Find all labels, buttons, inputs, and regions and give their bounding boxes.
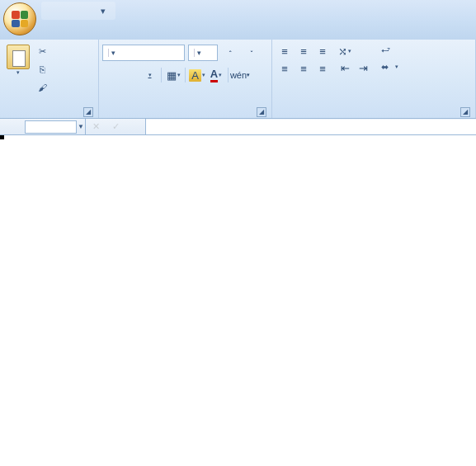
paste-icon bbox=[7, 45, 30, 69]
group-font: ▾ ▾ ˆ ˇ ▦ A A wén▾ ◢ bbox=[99, 40, 272, 118]
chevron-down-icon: ▾ bbox=[108, 49, 118, 57]
group-clipboard: ▾ ✂ ⎘ 🖌 ◢ bbox=[0, 40, 99, 118]
merge-icon: ⬌ bbox=[381, 62, 389, 73]
undo-icon[interactable] bbox=[63, 3, 78, 18]
align-center-button[interactable]: ≡ bbox=[295, 60, 313, 77]
format-painter-button[interactable]: 🖌 bbox=[35, 79, 51, 96]
align-launcher[interactable]: ◢ bbox=[460, 107, 470, 117]
paste-button[interactable]: ▾ bbox=[3, 41, 33, 105]
italic-button[interactable] bbox=[121, 67, 139, 83]
ribbon-tabs bbox=[0, 21, 476, 40]
align-right-button[interactable]: ≡ bbox=[313, 60, 332, 77]
align-top-button[interactable]: ≡ bbox=[276, 43, 294, 59]
enter-formula-button[interactable]: ✓ bbox=[106, 121, 125, 132]
wrap-icon: ⮐ bbox=[381, 45, 390, 54]
formula-bar: ▼ ✕ ✓ bbox=[0, 119, 476, 135]
qat-more-icon[interactable]: ▾ bbox=[96, 3, 111, 18]
font-launcher[interactable]: ◢ bbox=[257, 107, 266, 117]
shrink-font-button[interactable]: ˇ bbox=[243, 45, 261, 61]
fill-handle[interactable] bbox=[0, 135, 4, 139]
font-size-combo[interactable]: ▾ bbox=[188, 45, 218, 61]
bold-button[interactable] bbox=[102, 67, 120, 83]
title-bar: ▾ bbox=[0, 0, 476, 21]
border-button[interactable]: ▦ bbox=[164, 67, 182, 83]
wrap-text-button[interactable]: ⮐ bbox=[378, 41, 402, 58]
align-left-button[interactable]: ≡ bbox=[276, 60, 294, 77]
font-color-button[interactable]: A bbox=[207, 67, 225, 83]
decrease-indent-button[interactable]: ⇤ bbox=[336, 59, 354, 76]
copy-button[interactable]: ⎘ bbox=[35, 61, 51, 78]
phonetic-button[interactable]: wén▾ bbox=[231, 67, 249, 83]
quick-access-toolbar: ▾ bbox=[41, 2, 115, 20]
chevron-down-icon: ▾ bbox=[194, 49, 204, 57]
ribbon: ▾ ✂ ⎘ 🖌 ◢ ▾ ▾ ˆ ˇ bbox=[0, 40, 476, 119]
formula-input[interactable] bbox=[146, 120, 476, 134]
underline-button[interactable] bbox=[140, 67, 158, 83]
brush-icon: 🖌 bbox=[35, 81, 49, 94]
office-button[interactable] bbox=[3, 2, 36, 35]
scissors-icon: ✂ bbox=[35, 45, 49, 58]
increase-indent-button[interactable]: ⇥ bbox=[354, 59, 372, 76]
align-middle-button[interactable]: ≡ bbox=[295, 43, 313, 59]
cut-button[interactable]: ✂ bbox=[35, 43, 51, 59]
clipboard-launcher[interactable]: ◢ bbox=[83, 107, 93, 117]
group-alignment: ≡ ≡ ≡ ≡ ≡ ≡ ⤭ ⇤ ⇥ bbox=[272, 40, 476, 118]
merge-center-button[interactable]: ⬌▾ bbox=[378, 59, 402, 75]
font-name-combo[interactable]: ▾ bbox=[102, 45, 185, 61]
save-icon[interactable] bbox=[46, 3, 61, 18]
name-box[interactable] bbox=[25, 120, 77, 134]
namebox-dropdown[interactable]: ▼ bbox=[77, 123, 85, 130]
cell-cursor bbox=[0, 135, 3, 139]
redo-icon[interactable] bbox=[79, 3, 94, 18]
cancel-formula-button[interactable]: ✕ bbox=[86, 121, 106, 132]
orientation-button[interactable]: ⤭ bbox=[336, 43, 354, 59]
align-bottom-button[interactable]: ≡ bbox=[313, 43, 332, 59]
copy-icon: ⎘ bbox=[35, 63, 49, 76]
fill-color-button[interactable]: A bbox=[188, 67, 206, 83]
grow-font-button[interactable]: ˆ bbox=[221, 45, 239, 61]
